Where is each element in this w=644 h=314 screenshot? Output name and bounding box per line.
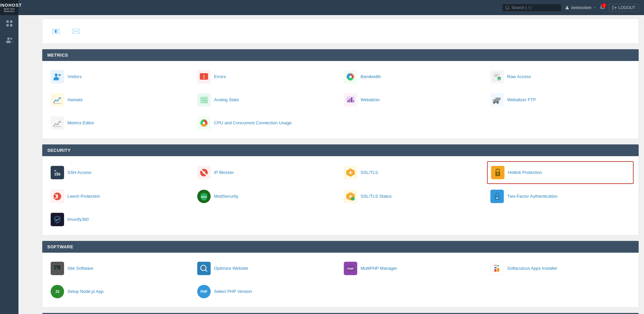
item-errors[interactable]: Errors — [194, 66, 340, 87]
metricseditor-label: Metrics Editor — [67, 120, 94, 126]
metrics-grid: Visitors Errors Bandwidth G — [47, 66, 634, 134]
item-sitesoftware[interactable]: Site Software — [47, 258, 194, 279]
item-optimizewebsite[interactable]: Optimize Website — [194, 258, 340, 279]
errors-icon — [197, 70, 211, 83]
brand-logo[interactable]: TINOHOST Start Your Business — [0, 0, 18, 15]
item-awstats[interactable]: Awstats — [47, 89, 194, 111]
sidebar: TINOHOST Start Your Business — [0, 0, 18, 314]
item-cpuconcurrent[interactable]: CPU and Concurrent Connection Usage — [194, 112, 340, 134]
sidebar-users-icon[interactable] — [0, 32, 18, 49]
svg-rect-31 — [353, 101, 354, 102]
svg-rect-29 — [350, 99, 351, 103]
forwarders-icon: ✉️ — [69, 24, 83, 38]
svg-text:★: ★ — [349, 171, 353, 175]
item-webalizerftp[interactable]: Webalizer FTP — [487, 89, 634, 111]
svg-text:714836: 714836 — [201, 101, 208, 103]
item-rawaccess[interactable]: G Raw Access — [487, 66, 634, 87]
svg-point-5 — [10, 38, 12, 40]
multiphp-label: MultiPHP Manager — [361, 266, 397, 271]
item-visitors[interactable]: Visitors — [47, 66, 194, 87]
hotlinkprotection-icon — [491, 166, 504, 179]
logout-button[interactable]: LOGOUT — [608, 4, 639, 12]
leechprotection-label: Leech Protection — [67, 194, 100, 199]
email-icon: 📧 — [49, 24, 62, 38]
logout-icon — [612, 5, 617, 10]
partial-item-email[interactable]: 📧 — [46, 20, 66, 42]
svg-text:R: R — [203, 171, 205, 175]
svg-point-60 — [203, 267, 204, 269]
metrics-section: METRICS Visitors Errors — [42, 49, 639, 139]
security-body: >_SSH SSH Access R IP Blocker ★ SSL/TLS — [42, 156, 639, 235]
main-content: 📧 ✉️ METRICS Visitors — [37, 15, 644, 314]
svg-rect-28 — [347, 100, 349, 102]
search-box[interactable] — [502, 4, 561, 12]
search-input[interactable] — [512, 5, 558, 10]
item-bandwidth[interactable]: Bandwidth — [340, 66, 487, 87]
svg-rect-65 — [494, 267, 497, 268]
item-ipblocker[interactable]: R IP Blocker — [194, 161, 340, 184]
item-multiphp[interactable]: PHP MultiPHP Manager — [340, 258, 487, 279]
twofactor-label: Two-Factor Authentication — [507, 194, 557, 199]
analogstats-icon: 023697264402714836 — [197, 93, 211, 107]
partial-item-forwarders[interactable]: ✉️ — [66, 20, 86, 42]
notifications-bell[interactable]: 1 — [600, 4, 605, 11]
nodejs-label: Setup Node.js App — [67, 289, 104, 295]
svg-rect-2 — [6, 24, 9, 26]
item-ssltlsstatus[interactable]: ★? SSL/TLS Status — [340, 186, 487, 207]
item-sshaccess[interactable]: >_SSH SSH Access — [47, 161, 194, 184]
rawaccess-icon: G — [490, 70, 504, 83]
cpuconcurrent-label: CPU and Concurrent Connection Usage — [214, 120, 291, 126]
item-softaculous[interactable]: Softaculous Apps Installer — [487, 258, 634, 279]
item-leechprotection[interactable]: Leech Protection — [47, 186, 194, 207]
item-metricseditor[interactable]: Metrics Editor — [47, 112, 194, 134]
svg-point-10 — [55, 73, 58, 76]
svg-rect-46 — [497, 174, 498, 175]
svg-rect-14 — [204, 77, 204, 79]
item-hotlinkprotection[interactable]: Hotlink Protection — [487, 161, 634, 184]
optimizewebsite-icon — [197, 262, 211, 275]
item-ssltls[interactable]: ★ SSL/TLS — [340, 161, 487, 184]
svg-rect-0 — [6, 20, 9, 23]
item-webalizer[interactable]: Webalizer — [340, 89, 487, 111]
svg-point-66 — [497, 265, 499, 266]
security-grid: >_SSH SSH Access R IP Blocker ★ SSL/TLS — [47, 161, 634, 230]
item-nodejs[interactable]: JS Setup Node.js App — [47, 281, 194, 302]
svg-line-59 — [205, 270, 207, 272]
sidebar-grid-icon[interactable] — [0, 15, 18, 32]
chevron-down-icon — [593, 6, 596, 9]
item-analogstats[interactable]: 023697264402714836 Analog Stats — [194, 89, 340, 111]
webalizerftp-icon — [490, 93, 504, 107]
errors-label: Errors — [214, 74, 226, 80]
software-grid: Site Software Optimize Website PHP Multi… — [47, 258, 634, 302]
svg-point-37 — [203, 122, 205, 124]
svg-point-6 — [506, 6, 509, 9]
metricseditor-icon — [51, 116, 64, 130]
svg-point-11 — [59, 74, 61, 76]
svg-rect-30 — [351, 98, 353, 102]
multiphp-icon: PHP — [344, 262, 357, 275]
item-twofactor[interactable]: Two-Factor Authentication — [487, 186, 634, 207]
svg-point-4 — [7, 38, 9, 40]
svg-point-34 — [497, 102, 498, 104]
logout-label: LOGOUT — [618, 5, 635, 10]
svg-point-33 — [493, 102, 495, 104]
user-menu[interactable]: beeboobee — [565, 5, 596, 10]
top-header: beeboobee 1 LOGOUT — [18, 0, 644, 15]
awstats-label: Awstats — [67, 97, 83, 103]
brand-name: TINOHOST — [0, 3, 22, 8]
security-section: SECURITY >_SSH SSH Access R IP Blocker — [42, 144, 639, 236]
imunify360-icon — [51, 213, 64, 226]
svg-rect-3 — [10, 24, 12, 26]
item-modsecurity[interactable]: MOD ModSecurity — [194, 186, 340, 207]
sitesoftware-label: Site Software — [67, 266, 93, 271]
notification-badge: 1 — [602, 3, 606, 8]
metrics-body: Visitors Errors Bandwidth G — [42, 61, 639, 139]
svg-rect-55 — [496, 197, 498, 199]
item-phpversion[interactable]: PHP Select PHP Version — [194, 281, 340, 302]
analogstats-label: Analog Stats — [214, 97, 239, 103]
svg-rect-35 — [495, 98, 501, 101]
ssltls-label: SSL/TLS — [361, 170, 378, 176]
item-imunify360[interactable]: Imunify360 — [47, 209, 194, 230]
webalizerftp-label: Webalizer FTP — [507, 97, 536, 103]
webalizer-icon — [344, 93, 357, 107]
